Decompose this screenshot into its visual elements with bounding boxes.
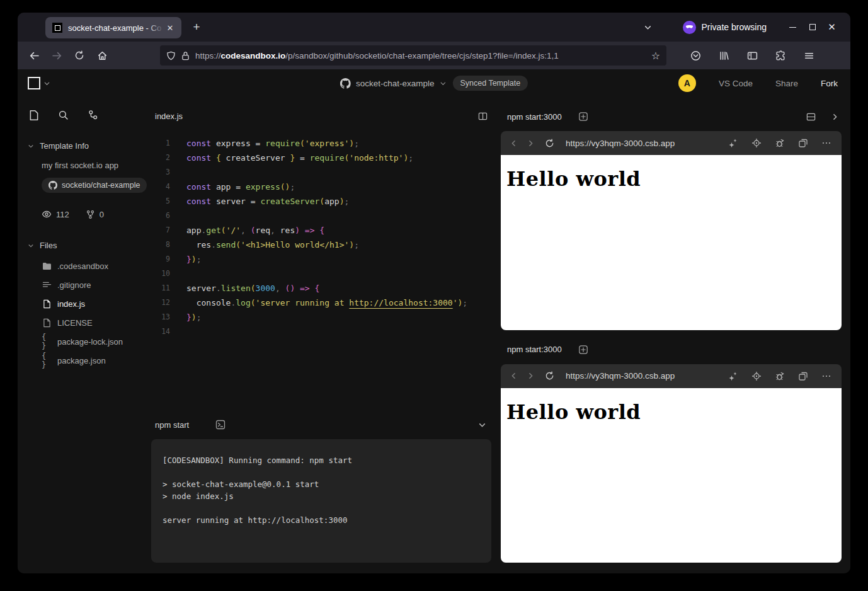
reload-icon[interactable] — [69, 45, 89, 66]
braces-icon: { } — [42, 333, 52, 350]
lock-icon[interactable] — [181, 51, 190, 60]
folder-icon — [42, 262, 52, 270]
views-count: 112 — [56, 210, 69, 219]
forward-icon[interactable] — [47, 45, 67, 66]
browser-tab[interactable]: socket-chat-example - Co ✕ — [45, 17, 181, 38]
bookmark-star-icon[interactable]: ☆ — [651, 50, 660, 62]
preview-back-icon[interactable] — [510, 139, 518, 147]
files-section-header[interactable]: Files — [28, 241, 151, 250]
file-item-package-lock.json[interactable]: { }package-lock.json — [42, 332, 151, 351]
preview-forward-icon[interactable] — [527, 372, 535, 380]
preview-url[interactable]: https://vy3hqm-3000.csb.app — [566, 371, 675, 381]
github-icon — [49, 181, 57, 190]
chevron-down-icon — [28, 243, 34, 249]
preview-tab-1[interactable]: npm start:3000 — [507, 112, 562, 122]
preview-tab-2[interactable]: npm start:3000 — [507, 345, 562, 354]
devtools-nodes-icon[interactable] — [88, 110, 98, 121]
template-info-section-header[interactable]: Template Info — [28, 141, 151, 151]
minimize-button[interactable] — [783, 18, 802, 37]
fork-button[interactable]: Fork — [821, 79, 838, 88]
explorer-icon[interactable] — [29, 110, 39, 121]
preview-toolbar-1: https://vy3hqm-3000.csb.app — [501, 131, 842, 155]
sidebar-toggle-icon[interactable] — [742, 45, 762, 66]
list-all-tabs-icon[interactable] — [639, 18, 658, 37]
repo-link[interactable]: socketio/chat-example — [42, 178, 147, 193]
file-list: .codesandbox.gitignoreindex.jsLICENSE{ }… — [28, 256, 151, 370]
private-browsing-indicator: Private browsing — [683, 21, 767, 34]
preview-tabbar-1: npm start:3000 — [501, 107, 842, 126]
more-options-icon[interactable] — [821, 371, 831, 381]
library-icon[interactable] — [714, 45, 734, 66]
close-button[interactable]: ✕ — [822, 18, 842, 37]
search-icon[interactable] — [58, 110, 69, 121]
devtools-bug-icon[interactable] — [775, 138, 785, 148]
file-item-.codesandbox[interactable]: .codesandbox — [42, 256, 151, 275]
project-title-dropdown[interactable]: socket-chat-example — [340, 78, 447, 89]
github-icon — [340, 78, 351, 89]
maximize-button[interactable] — [802, 18, 822, 37]
repo-name: socketio/chat-example — [62, 181, 140, 190]
file-item-index.js[interactable]: index.js — [42, 294, 151, 313]
preview-refresh-icon[interactable] — [545, 371, 554, 381]
pocket-icon[interactable] — [685, 45, 705, 66]
target-icon[interactable] — [751, 371, 762, 381]
preview-refresh-icon[interactable] — [545, 139, 554, 148]
preview-toolbar-2: https://vy3hqm-3000.csb.app — [501, 364, 842, 388]
split-editor-icon[interactable] — [478, 112, 488, 121]
terminal-tab-label[interactable]: npm start — [155, 420, 189, 430]
menu-icon[interactable] — [799, 45, 819, 66]
sparkle-icon[interactable] — [728, 138, 738, 148]
add-preview-icon[interactable] — [578, 345, 588, 355]
workspace-menu[interactable] — [28, 77, 50, 89]
open-in-new-icon[interactable] — [798, 371, 808, 381]
tab-close-icon[interactable]: ✕ — [164, 21, 176, 34]
sparkle-icon[interactable] — [728, 371, 738, 381]
avatar[interactable]: A — [678, 74, 696, 92]
devtools-bug-icon[interactable] — [775, 371, 785, 381]
forks-count: 0 — [100, 210, 104, 219]
home-icon[interactable] — [92, 45, 112, 66]
preview-back-icon[interactable] — [510, 372, 518, 380]
terminal-output: [CODESANDBOX] Running command: npm start… — [163, 454, 491, 526]
chevron-down-icon — [439, 80, 446, 87]
preview-page-1: Hello world — [501, 155, 842, 330]
eye-icon — [42, 209, 52, 219]
terminal-collapse-icon[interactable] — [478, 421, 486, 429]
list-icon — [42, 281, 52, 289]
new-tab-button[interactable]: + — [186, 17, 207, 37]
file-item-package.json[interactable]: { }package.json — [42, 351, 151, 370]
editor-pane: index.js 1const express = require('expre… — [151, 97, 495, 573]
more-options-icon[interactable] — [821, 138, 831, 148]
terminal-panel[interactable]: [CODESANDBOX] Running command: npm start… — [151, 439, 491, 563]
target-icon[interactable] — [751, 138, 762, 148]
collapse-panel-icon[interactable] — [831, 113, 839, 121]
codesandbox-logo-icon — [28, 77, 40, 89]
split-horizontal-icon[interactable] — [806, 112, 816, 122]
back-icon[interactable] — [24, 45, 44, 66]
preview-page-2: Hello world — [501, 388, 842, 563]
codesandbox-header: socket-chat-example Synced Template A VS… — [18, 69, 850, 97]
share-button[interactable]: Share — [775, 79, 798, 88]
shield-icon[interactable] — [166, 51, 176, 60]
synced-template-badge: Synced Template — [452, 76, 528, 91]
open-in-new-icon[interactable] — [798, 138, 808, 148]
terminal-icon — [215, 420, 226, 430]
vs-code-button[interactable]: VS Code — [719, 79, 753, 88]
sidebar: Template Info my first socket.io app soc… — [18, 97, 151, 573]
forks-stat: 0 — [86, 210, 104, 219]
file-icon — [42, 318, 52, 328]
url-bar[interactable]: https://codesandbox.io/p/sandbox/github/… — [160, 45, 666, 66]
file-item-.gitignore[interactable]: .gitignore — [42, 275, 151, 294]
hello-world-heading: Hello world — [506, 167, 842, 191]
hello-world-heading: Hello world — [506, 400, 842, 424]
preview-forward-icon[interactable] — [527, 139, 535, 147]
preview-url[interactable]: https://vy3hqm-3000.csb.app — [566, 139, 675, 148]
url-text[interactable]: https://codesandbox.io/p/sandbox/github/… — [195, 51, 646, 60]
add-preview-icon[interactable] — [578, 112, 588, 122]
extensions-icon[interactable] — [770, 45, 791, 66]
codesandbox-favicon-icon — [52, 23, 62, 33]
code-lines[interactable]: 1const express = require('express');2con… — [151, 136, 495, 339]
file-item-LICENSE[interactable]: LICENSE — [42, 313, 151, 332]
private-mask-icon — [683, 21, 696, 34]
template-description: my first socket.io app — [42, 161, 151, 170]
